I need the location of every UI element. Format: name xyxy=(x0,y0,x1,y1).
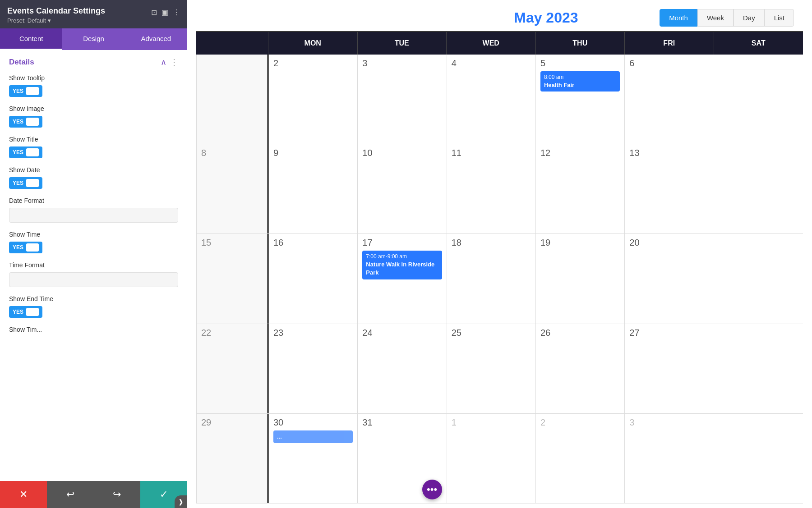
cal-date: 6 xyxy=(629,58,634,68)
panel-preset[interactable]: Preset: Default ▾ xyxy=(7,17,105,24)
cal-cell-w1-wed[interactable]: 4 xyxy=(447,55,536,144)
cal-cell-w2-wed[interactable]: 11 xyxy=(447,144,536,233)
show-image-label: Show Image xyxy=(9,105,178,112)
show-image-toggle[interactable]: YES xyxy=(9,116,42,128)
panel-tabs: Content Design Advanced xyxy=(0,28,187,50)
cal-date: 5 xyxy=(540,58,545,68)
undo-button[interactable]: ↩ xyxy=(47,481,94,508)
cal-cell-w3-tue[interactable]: 17 7:00 am-9:00 am Nature Walk in Rivers… xyxy=(358,234,447,323)
day-header-thu: THU xyxy=(536,32,625,55)
cal-date: 9 xyxy=(273,148,278,158)
cal-cell-w1-fri[interactable]: 6 xyxy=(625,55,714,144)
cal-date: 22 xyxy=(201,328,211,338)
toggle-knob xyxy=(26,148,39,156)
setting-show-time-pos: Show Tim... xyxy=(9,326,178,333)
health-fair-event[interactable]: 8:00 am Health Fair xyxy=(540,71,620,92)
section-more-icon[interactable]: ⋮ xyxy=(170,57,178,67)
toggle-yes-text: YES xyxy=(13,309,23,315)
cancel-button[interactable]: ✕ xyxy=(0,481,47,508)
cal-cell-w5-fri[interactable]: 3 xyxy=(625,414,714,503)
calendar-body: 2 3 4 5 8:00 am Health Fair 6 xyxy=(196,55,803,503)
partial-event[interactable]: ... xyxy=(273,430,353,443)
cal-date: 24 xyxy=(362,328,372,338)
show-tooltip-label: Show Tooltip xyxy=(9,74,178,82)
cal-date: 26 xyxy=(540,328,550,338)
nature-walk-event[interactable]: 7:00 am-9:00 am Nature Walk in Riverside… xyxy=(362,251,442,279)
scroll-arrow-icon[interactable]: ❱ xyxy=(175,495,187,508)
show-title-toggle[interactable]: YES xyxy=(9,146,42,158)
cal-date: 4 xyxy=(452,58,457,68)
event-name: Nature Walk in Riverside Park xyxy=(366,261,438,277)
redo-button[interactable]: ↪ xyxy=(94,481,141,508)
cal-date: 16 xyxy=(273,238,283,247)
setting-show-image: Show Image YES xyxy=(9,105,178,128)
cal-cell-w3-sun[interactable]: 15 xyxy=(197,234,269,323)
cal-cell-w1-sun[interactable] xyxy=(197,55,269,144)
view-month-button[interactable]: Month xyxy=(660,9,697,27)
cal-cell-w5-wed[interactable]: 1 xyxy=(447,414,536,503)
show-end-time-toggle[interactable]: YES xyxy=(9,306,42,318)
cal-cell-w2-tue[interactable]: 10 xyxy=(358,144,447,233)
cal-cell-w4-sun[interactable]: 22 xyxy=(197,324,269,413)
cal-cell-w2-thu[interactable]: 12 xyxy=(536,144,625,233)
cal-cell-w4-wed[interactable]: 25 xyxy=(447,324,536,413)
layout-icon[interactable]: ▣ xyxy=(161,8,168,17)
collapse-icon[interactable]: ∧ xyxy=(161,57,166,67)
cal-cell-w4-tue[interactable]: 24 xyxy=(358,324,447,413)
day-header-tue: TUE xyxy=(358,32,447,55)
toggle-knob xyxy=(26,308,39,316)
calendar-week-3: 15 16 17 7:00 am-9:00 am Nature Walk in … xyxy=(197,234,803,324)
show-title-label: Show Title xyxy=(9,136,178,143)
fab-dots-icon: ••• xyxy=(427,484,437,495)
calendar-week-4: 22 23 24 25 26 27 xyxy=(197,324,803,414)
time-format-input[interactable] xyxy=(9,272,178,287)
show-tooltip-toggle[interactable]: YES xyxy=(9,85,42,97)
cal-cell-w2-mon[interactable]: 9 xyxy=(269,144,358,233)
toggle-yes-text: YES xyxy=(13,119,23,125)
cal-date: 2 xyxy=(273,58,278,68)
fab-add-button[interactable]: ••• xyxy=(422,480,442,499)
left-panel: Events Calendar Settings Preset: Default… xyxy=(0,0,187,508)
date-format-input[interactable] xyxy=(9,208,178,223)
cal-cell-w4-mon[interactable]: 23 xyxy=(269,324,358,413)
show-date-toggle[interactable]: YES xyxy=(9,177,42,189)
cal-cell-w2-fri[interactable]: 13 xyxy=(625,144,714,233)
cal-cell-w3-fri[interactable]: 20 xyxy=(625,234,714,323)
view-list-button[interactable]: List xyxy=(765,9,794,27)
cal-cell-w2-sun[interactable]: 8 xyxy=(197,144,269,233)
cal-cell-w3-mon[interactable]: 16 xyxy=(269,234,358,323)
cal-cell-w1-mon[interactable]: 2 xyxy=(269,55,358,144)
cal-cell-w5-mon[interactable]: 30 ... xyxy=(269,414,358,503)
section-title: Details xyxy=(9,58,34,67)
maximize-icon[interactable]: ⊡ xyxy=(151,8,157,17)
cal-date: 11 xyxy=(452,148,461,158)
cal-cell-w5-tue[interactable]: 31 ••• xyxy=(358,414,447,503)
calendar-title: May 2023 xyxy=(433,9,660,26)
cal-cell-w3-thu[interactable]: 19 xyxy=(536,234,625,323)
toggle-yes-text: YES xyxy=(13,180,23,186)
cal-date: 15 xyxy=(201,238,211,247)
cal-cell-w5-thu[interactable]: 2 xyxy=(536,414,625,503)
calendar-week-5: 29 30 ... 31 ••• 1 2 xyxy=(197,414,803,503)
cal-date: 2 xyxy=(540,417,545,427)
tab-content[interactable]: Content xyxy=(0,28,62,50)
view-week-button[interactable]: Week xyxy=(697,9,734,27)
show-time-toggle[interactable]: YES xyxy=(9,242,42,253)
toggle-knob xyxy=(26,179,39,187)
cal-cell-w1-tue[interactable]: 3 xyxy=(358,55,447,144)
view-day-button[interactable]: Day xyxy=(734,9,765,27)
setting-show-tooltip: Show Tooltip YES xyxy=(9,74,178,97)
cal-date: 29 xyxy=(201,417,211,427)
event-name: Health Fair xyxy=(544,81,616,89)
cal-cell-w5-sun[interactable]: 29 xyxy=(197,414,269,503)
cal-cell-w3-wed[interactable]: 18 xyxy=(447,234,536,323)
show-time-pos-label: Show Tim... xyxy=(9,326,178,333)
tab-design[interactable]: Design xyxy=(62,28,125,50)
calendar-header: May 2023 Month Week Day List xyxy=(187,0,812,31)
tab-advanced[interactable]: Advanced xyxy=(125,28,187,50)
calendar-week-2: 8 9 10 11 12 13 xyxy=(197,144,803,234)
cal-cell-w4-thu[interactable]: 26 xyxy=(536,324,625,413)
more-icon[interactable]: ⋮ xyxy=(173,8,180,17)
cal-cell-w1-thu[interactable]: 5 8:00 am Health Fair xyxy=(536,55,625,144)
cal-cell-w4-fri[interactable]: 27 xyxy=(625,324,714,413)
